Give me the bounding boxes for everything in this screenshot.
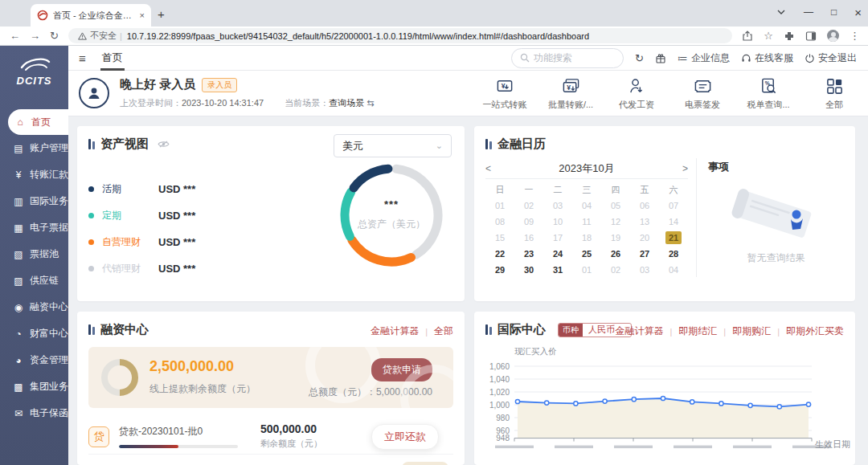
calendar-day-selected[interactable]: 21	[659, 230, 688, 245]
bookmark-star-icon[interactable]: ☆	[764, 30, 773, 42]
calendar-day[interactable]: 11	[572, 214, 601, 229]
calendar-day[interactable]: 24	[543, 247, 572, 261]
calendar-day[interactable]: 03	[630, 263, 659, 277]
fx-line-chart: 现汇买入价1,0601,0401,0201,000980960948	[479, 347, 833, 459]
calendar-day[interactable]: 16	[514, 230, 543, 245]
refresh-icon[interactable]: ↻	[635, 52, 644, 64]
search-input[interactable]	[534, 52, 614, 63]
online-service-link[interactable]: 在线客服	[741, 51, 793, 65]
calendar-day[interactable]: 30	[514, 263, 543, 277]
calendar-day[interactable]: 31	[543, 263, 572, 277]
all-link[interactable]: 全部	[434, 324, 453, 338]
sidebar-item-home[interactable]: ⌂首页	[8, 109, 68, 135]
calendar-prev-button[interactable]: <	[485, 163, 502, 174]
quick-action-one-stop-transfer[interactable]: ¥一站式转账	[482, 77, 527, 111]
calendar-day[interactable]: 28	[659, 247, 688, 261]
new-tab-button[interactable]: +	[158, 7, 165, 21]
switch-scene-icon[interactable]: ⇆	[366, 98, 374, 108]
calendar-day[interactable]: 08	[485, 214, 514, 229]
sidebar-item-international[interactable]: ▥国际业务	[0, 188, 68, 214]
spot-purchase-link[interactable]: 即期购汇	[732, 324, 771, 338]
calendar-day[interactable]: 13	[630, 214, 659, 229]
calendar-day[interactable]: 26	[601, 247, 630, 261]
calendar-day[interactable]: 01	[485, 198, 514, 213]
financial-calculator-link[interactable]: 金融计算器	[371, 324, 419, 338]
calendar-day[interactable]: 04	[659, 263, 688, 277]
page-tab-home[interactable]: 首页	[100, 46, 125, 71]
sidebar-item-funds[interactable]: ◕资金管理	[0, 347, 68, 373]
side-panel-icon[interactable]	[805, 31, 817, 42]
collapse-menu-icon[interactable]: ≡	[79, 51, 86, 65]
sidebar-item-financing[interactable]: ◉融资中心	[0, 294, 68, 320]
calendar-day[interactable]: 15	[485, 230, 514, 245]
back-icon[interactable]: ←	[10, 30, 20, 42]
calendar-day[interactable]: 01	[572, 263, 601, 277]
window-minimize-button[interactable]: —	[804, 6, 813, 18]
calendar-day[interactable]: 09	[514, 214, 543, 229]
share-icon[interactable]	[742, 31, 753, 42]
calendar-day[interactable]: 27	[630, 247, 659, 261]
calendar-day[interactable]: 07	[659, 198, 688, 213]
calendar-day[interactable]: 10	[543, 214, 572, 229]
calendar-day[interactable]: 18	[572, 230, 601, 245]
profile-avatar[interactable]	[827, 30, 839, 42]
sidebar-item-e-bill[interactable]: ▦电子票据	[0, 214, 68, 241]
calendar-day[interactable]: 06	[630, 198, 659, 213]
calendar-day[interactable]: 25	[572, 247, 601, 261]
calendar-day[interactable]: 17	[543, 230, 572, 245]
quick-action-payroll[interactable]: 代发工资	[614, 77, 659, 111]
loan-apply-button[interactable]: 贷款申请	[371, 358, 432, 381]
gift-icon[interactable]	[655, 53, 666, 63]
quick-action-tax-query[interactable]: %税单查询...	[746, 77, 791, 111]
spot-settlement-link[interactable]: 即期结汇	[678, 324, 717, 338]
reload-icon[interactable]: ↻	[50, 30, 59, 42]
spot-fx-trade-link[interactable]: 即期外汇买卖	[786, 324, 844, 338]
sidebar-item-group[interactable]: ▩集团业务	[0, 373, 68, 400]
calendar-day[interactable]: 23	[514, 247, 543, 261]
sidebar-item-account[interactable]: ▤账户管理	[0, 135, 68, 161]
url-field[interactable]: 不安全 | 10.7.19.22:8999/fpaas_bucket/94154…	[68, 28, 732, 43]
sidebar-item-bill-pool[interactable]: ▧票据池	[0, 241, 68, 267]
function-search[interactable]	[511, 48, 624, 68]
quick-action-all-apps[interactable]: 全部	[812, 77, 857, 111]
window-maximize-button[interactable]: □	[831, 6, 837, 18]
day-number: 29	[495, 265, 505, 275]
financing-quota-banner: 2,500,000.00 线上提款剩余额度（元） 贷款申请 总额度（元）：5,0…	[88, 347, 453, 408]
sidebar-item-supply-chain[interactable]: ▨供应链	[0, 267, 68, 294]
calendar-day[interactable]: 02	[601, 263, 630, 277]
calendar-day[interactable]: 29	[485, 263, 514, 277]
guarantee-icon: ✉	[13, 408, 24, 419]
tab-close-icon[interactable]: ×	[140, 10, 145, 20]
sidebar-item-transfer[interactable]: ¥转账汇款	[0, 161, 68, 188]
quick-action-e-bill-issue[interactable]: 电票签发	[680, 77, 725, 111]
forward-icon[interactable]: →	[30, 30, 40, 42]
calendar-day[interactable]: 12	[601, 214, 630, 229]
quick-action-batch-transfer[interactable]: ¥批量转账/...	[548, 77, 593, 111]
sidebar-item-wealth[interactable]: ◔财富中心	[0, 320, 68, 347]
eye-hidden-icon[interactable]	[158, 140, 170, 149]
security-warning[interactable]: 不安全 |	[78, 30, 122, 42]
browser-tab[interactable]: 首页 - 企业综合金融服务平台 ×	[31, 4, 151, 27]
window-chevron-icon[interactable]	[776, 9, 786, 15]
calendar-day[interactable]: 02	[514, 198, 543, 213]
repay-now-button[interactable]: 立即还款	[371, 424, 439, 450]
browser-menu-icon[interactable]: ⋮	[850, 30, 860, 42]
window-close-button[interactable]: ×	[854, 6, 862, 19]
calendar-day[interactable]: 05	[601, 198, 630, 213]
logout-link[interactable]: 安全退出	[805, 51, 857, 65]
calendar-day[interactable]: 22	[485, 247, 514, 261]
fx-calculator-link[interactable]: 金融计算器	[615, 324, 663, 338]
empty-result-text: 暂无查询结果	[708, 251, 844, 265]
currency-select[interactable]: 美元 ⌄	[334, 134, 452, 157]
extensions-icon[interactable]	[784, 31, 795, 42]
sidebar-menu: ⌂首页▤账户管理¥转账汇款▥国际业务▦电子票据▧票据池▨供应链◉融资中心◔财富中…	[0, 109, 68, 426]
day-number: 26	[611, 249, 620, 259]
calendar-day[interactable]: 19	[601, 230, 630, 245]
enterprise-info-link[interactable]: ≔ 企业信息	[678, 51, 730, 65]
sidebar-item-guarantee[interactable]: ✉电子保函	[0, 400, 68, 426]
calendar-day[interactable]: 03	[543, 198, 572, 213]
calendar-day[interactable]: 04	[572, 198, 601, 213]
calendar-next-button[interactable]: >	[672, 163, 688, 174]
calendar-day[interactable]: 14	[659, 214, 688, 229]
calendar-day[interactable]: 20	[630, 230, 659, 245]
